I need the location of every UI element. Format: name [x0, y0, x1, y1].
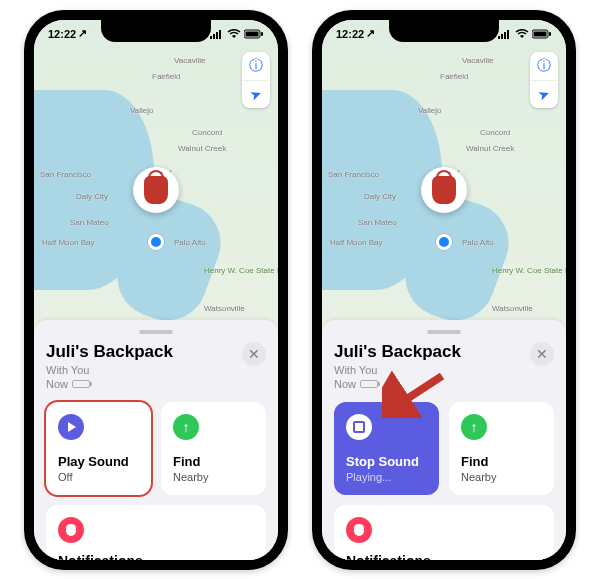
status-right: [210, 29, 264, 39]
svg-rect-12: [534, 31, 547, 36]
status-time: 12:22: [48, 28, 76, 40]
map-label: Walnut Creek: [466, 144, 514, 153]
now-label: Now: [46, 378, 68, 390]
item-title: Juli's Backpack: [334, 342, 461, 362]
svg-rect-7: [498, 36, 500, 39]
find-sub: Nearby: [461, 471, 542, 483]
item-status: Now: [334, 378, 461, 390]
map-label: San Mateo: [70, 218, 109, 227]
sheet-grabber[interactable]: [427, 330, 461, 334]
battery-icon: [244, 29, 264, 39]
play-sound-title: Play Sound: [58, 454, 139, 469]
map-locate-button[interactable]: ➤: [242, 80, 270, 108]
map[interactable]: Vacaville Fairfield Vallejo Concord Waln…: [34, 20, 278, 340]
battery-icon: [72, 380, 90, 388]
now-label: Now: [334, 378, 356, 390]
map-info-button[interactable]: ⓘ: [530, 52, 558, 80]
item-sheet[interactable]: Juli's Backpack With You Now ✕: [34, 320, 278, 560]
wifi-icon: [227, 29, 241, 39]
comparison-stage: 12:22 ↗ Vacaville Fairfield Vallejo Conc…: [0, 0, 600, 579]
close-button[interactable]: ✕: [530, 342, 554, 366]
svg-rect-3: [219, 30, 221, 39]
phone-left: 12:22 ↗ Vacaville Fairfield Vallejo Conc…: [24, 10, 288, 570]
backpack-icon: [144, 176, 168, 204]
battery-icon: [360, 380, 378, 388]
map-controls: ⓘ ➤: [530, 52, 558, 108]
locate-icon: ➤: [536, 84, 553, 103]
svg-rect-13: [549, 32, 551, 36]
item-sheet[interactable]: Juli's Backpack With You Now ✕: [322, 320, 566, 560]
map-label: Half Moon Bay: [42, 238, 94, 247]
map-label: Palo Alto: [174, 238, 206, 247]
backpack-icon: [432, 176, 456, 204]
wifi-icon: [515, 29, 529, 39]
item-status: Now: [46, 378, 173, 390]
bell-icon: [58, 517, 84, 543]
map-info-button[interactable]: ⓘ: [242, 52, 270, 80]
close-button[interactable]: ✕: [242, 342, 266, 366]
map-label: Fairfield: [152, 72, 180, 81]
status-right: [498, 29, 552, 39]
location-services-icon: ↗: [366, 27, 375, 40]
info-icon: ⓘ: [249, 57, 263, 75]
map-label: Concord: [192, 128, 222, 137]
screen-left: 12:22 ↗ Vacaville Fairfield Vallejo Conc…: [34, 20, 278, 560]
notch: [389, 20, 499, 42]
locate-icon: ➤: [248, 84, 265, 103]
map-label: San Francisco: [40, 170, 91, 179]
notifications-card[interactable]: Notifications Notify When Found: [334, 505, 554, 560]
map-label: Vacaville: [174, 56, 205, 65]
play-icon: [58, 414, 84, 440]
cellular-icon: [210, 29, 224, 39]
svg-rect-10: [507, 30, 509, 39]
map-label: Daly City: [76, 192, 108, 201]
cellular-icon: [498, 29, 512, 39]
find-sub: Nearby: [173, 471, 254, 483]
svg-rect-1: [213, 34, 215, 39]
info-icon: ⓘ: [537, 57, 551, 75]
svg-rect-5: [246, 31, 259, 36]
map-label: Vacaville: [462, 56, 493, 65]
status-time: 12:22: [336, 28, 364, 40]
map-label: Palo Alto: [462, 238, 494, 247]
map-label: Vallejo: [130, 106, 153, 115]
find-card[interactable]: Find Nearby: [161, 402, 266, 495]
map-label: Vallejo: [418, 106, 441, 115]
find-card[interactable]: Find Nearby: [449, 402, 554, 495]
svg-rect-6: [261, 32, 263, 36]
notifications-title: Notifications: [58, 553, 254, 560]
map-locate-button[interactable]: ➤: [530, 80, 558, 108]
user-location-dot: [148, 234, 164, 250]
stop-sound-sub: Playing...: [346, 471, 427, 483]
screen-right: 12:22 ↗ Vacaville Fairfield Vallejo Conc…: [322, 20, 566, 560]
user-location-dot: [436, 234, 452, 250]
item-subtitle: With You: [46, 364, 173, 376]
location-services-icon: ↗: [78, 27, 87, 40]
stop-sound-card[interactable]: Stop Sound Playing...: [334, 402, 439, 495]
map-label: Concord: [480, 128, 510, 137]
phone-right: 12:22 ↗ Vacaville Fairfield Vallejo Conc…: [312, 10, 576, 570]
with-you-label: With You: [334, 364, 377, 376]
map-label: San Mateo: [358, 218, 397, 227]
map-label: San Francisco: [328, 170, 379, 179]
item-pin[interactable]: [133, 167, 179, 213]
item-title: Juli's Backpack: [46, 342, 173, 362]
map-label: Daly City: [364, 192, 396, 201]
notch: [101, 20, 211, 42]
close-icon: ✕: [248, 346, 260, 362]
map-label: Fairfield: [440, 72, 468, 81]
map-label: Henry W. Coe State Park: [492, 266, 566, 275]
notifications-card[interactable]: Notifications Notify When Found: [46, 505, 266, 560]
map-label: Watsonville: [492, 304, 533, 313]
sheet-grabber[interactable]: [139, 330, 173, 334]
svg-rect-9: [504, 32, 506, 39]
bell-icon: [346, 517, 372, 543]
find-title: Find: [173, 454, 254, 469]
play-sound-card[interactable]: Play Sound Off: [46, 402, 151, 495]
item-pin[interactable]: [421, 167, 467, 213]
map[interactable]: Vacaville Fairfield Vallejo Concord Waln…: [322, 20, 566, 340]
arrow-up-icon: [461, 414, 487, 440]
stop-sound-title: Stop Sound: [346, 454, 427, 469]
item-subtitle: With You: [334, 364, 461, 376]
arrow-up-icon: [173, 414, 199, 440]
